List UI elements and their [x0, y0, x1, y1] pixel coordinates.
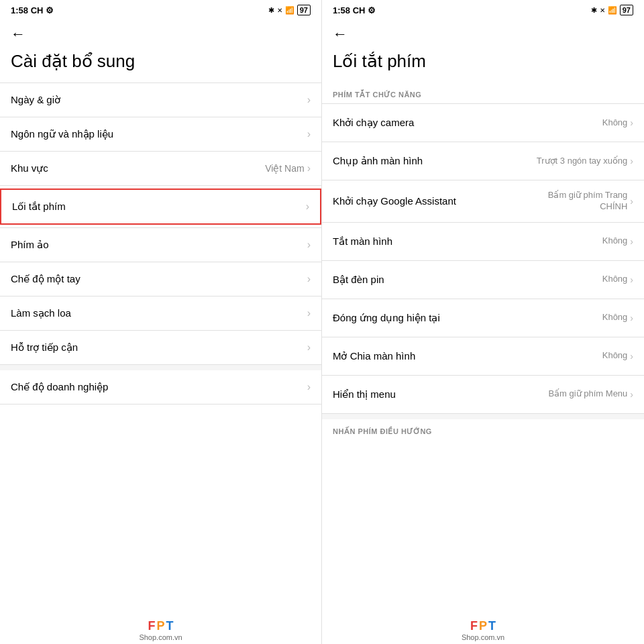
chevron-split-screen: › [630, 351, 633, 362]
menu-item-phimao[interactable]: Phím ảo › [0, 228, 321, 262]
menu-label-phimao: Phím ảo [11, 239, 307, 251]
fpt-p: P [156, 619, 164, 633]
settings-item-close-app[interactable]: Đóng ứng dụng hiện tại Không › [322, 299, 644, 337]
menu-label-loitat: Lối tắt phím [12, 201, 306, 213]
status-icons-right: ✱ ✕ 📶 97 [591, 5, 633, 15]
settings-item-camera[interactable]: Khởi chạy camera Không › [322, 104, 644, 142]
fpt-shop-label-right: Shop.com.vn [462, 633, 504, 641]
menu-item-loitat[interactable]: Lối tắt phím › [0, 189, 321, 225]
menu-label-khuvuc: Khu vực [11, 162, 265, 174]
back-button-right[interactable]: ← [322, 19, 644, 46]
menu-item-hotro[interactable]: Hỗ trợ tiếp cận › [0, 331, 321, 364]
back-arrow-icon-right[interactable]: ← [333, 25, 347, 42]
chevron-phimao: › [307, 239, 311, 251]
settings-right-assistant: Bấm giữ phím Trang CHÍNH › [520, 190, 633, 213]
time-right: 1:58 CH [333, 5, 365, 15]
chevron-chedo-doanh: › [307, 381, 311, 393]
settings-right-screenshot: Trượt 3 ngón tay xuống › [537, 156, 633, 167]
settings-label-screen-off: Tắt màn hình [333, 235, 467, 248]
menu-label-chedomottay: Chế độ một tay [11, 273, 307, 285]
chevron-loitat: › [306, 201, 309, 213]
wifi-icon-left: 📶 [285, 6, 294, 15]
chevron-hotro: › [307, 341, 311, 354]
status-bar-right: 1:58 CH ⚙ ✱ ✕ 📶 97 [322, 0, 644, 19]
menu-item-khuvuc[interactable]: Khu vực Việt Nam › [0, 152, 321, 185]
settings-value-camera: Không [602, 117, 628, 129]
fpt-shop-label: Shop.com.vn [139, 633, 182, 641]
x-icon-left: ✕ [277, 7, 282, 14]
settings-label-close-app: Đóng ứng dụng hiện tại [333, 311, 467, 325]
chevron-camera: › [630, 117, 633, 128]
settings-value-screenshot: Trượt 3 ngón tay xuống [537, 156, 628, 167]
watermark-right: F P T Shop.com.vn [462, 619, 504, 641]
status-time-left: 1:58 CH ⚙ [11, 5, 54, 15]
status-bar-left: 1:58 CH ⚙ ✱ ✕ 📶 97 [0, 0, 321, 19]
settings-label-camera: Khởi chạy camera [333, 116, 467, 129]
menu-item-lamsachloa[interactable]: Làm sạch loa › [0, 297, 321, 330]
fpt-f: F [148, 619, 155, 633]
settings-item-flashlight[interactable]: Bật đèn pin Không › [322, 261, 644, 299]
back-button-left[interactable]: ← [0, 19, 321, 46]
x-icon-right: ✕ [600, 7, 605, 14]
chevron-flashlight: › [630, 274, 633, 285]
section-label-bottom-right: NHẤN PHÍM ĐIỀU HƯỚNG [322, 419, 644, 440]
settings-value-screen-off: Không [602, 235, 628, 247]
chevron-assistant: › [630, 196, 633, 207]
settings-value-assistant: Bấm giữ phím Trang CHÍNH [520, 190, 627, 213]
settings-item-screen-off[interactable]: Tắt màn hình Không › [322, 223, 644, 260]
settings-right-close-app: Không › [602, 312, 633, 323]
settings-right-screen-off: Không › [602, 235, 633, 247]
chevron-close-app: › [630, 313, 633, 323]
chevron-chedomottay: › [307, 273, 311, 285]
divider-9 [0, 404, 321, 405]
settings-label-show-menu: Hiển thị menu [333, 388, 467, 401]
chevron-khuvuc: › [307, 162, 311, 174]
left-panel: 1:58 CH ⚙ ✱ ✕ 📶 97 ← Cài đặt bổ sung Ngà… [0, 0, 322, 644]
wifi-icon-right: 📶 [608, 6, 617, 15]
bluetooth-icon-left: ✱ [268, 6, 274, 15]
fpt-t-r: T [488, 619, 496, 633]
menu-item-ngonngu[interactable]: Ngôn ngữ và nhập liệu › [0, 117, 321, 151]
menu-label-ngonngu: Ngôn ngữ và nhập liệu [11, 128, 307, 140]
status-icons-left: ✱ ✕ 📶 97 [268, 5, 311, 15]
menu-item-chedomottay[interactable]: Chế độ một tay › [0, 262, 321, 296]
battery-left: 97 [297, 5, 311, 15]
chevron-show-menu: › [630, 389, 633, 400]
back-arrow-icon-left[interactable]: ← [11, 25, 25, 42]
bluetooth-icon-right: ✱ [591, 6, 597, 15]
menu-label-chedo-doanh: Chế độ doanh nghiệp [11, 381, 307, 393]
menu-item-ngaygiao[interactable]: Ngày & giờ › [0, 83, 321, 117]
settings-label-split-screen: Mở Chia màn hình [333, 350, 467, 363]
chevron-ngonngu: › [307, 128, 311, 140]
divider-3 [0, 185, 321, 186]
section-label-phimtat: PHÍM TẮT CHỨC NĂNG [322, 83, 644, 103]
menu-item-chedo-doanh[interactable]: Chế độ doanh nghiệp › [0, 370, 321, 404]
settings-value-flashlight: Không [602, 274, 628, 285]
settings-label-screenshot: Chụp ảnh màn hình [333, 154, 467, 168]
fpt-logo-right: F P T [470, 619, 496, 633]
settings-label-assistant: Khởi chạy Google Assistant [333, 195, 467, 208]
settings-item-assistant[interactable]: Khởi chạy Google Assistant Bấm giữ phím … [322, 180, 644, 222]
fpt-p-r: P [479, 619, 487, 633]
right-panel: 1:58 CH ⚙ ✱ ✕ 📶 97 ← Lối tắt phím PHÍM T… [322, 0, 644, 644]
settings-right-show-menu: Bấm giữ phím Menu › [548, 388, 633, 400]
menu-list-left: Ngày & giờ › Ngôn ngữ và nhập liệu › Khu… [0, 83, 321, 644]
fpt-t: T [166, 619, 174, 633]
settings-item-show-menu[interactable]: Hiển thị menu Bấm giữ phím Menu › [322, 376, 644, 413]
chevron-screen-off: › [630, 236, 633, 247]
settings-value-close-app: Không [602, 312, 628, 323]
settings-value-show-menu: Bấm giữ phím Menu [548, 388, 627, 400]
chevron-ngaygiao: › [307, 94, 311, 106]
divider-thick-left [0, 365, 321, 370]
chevron-lamsachloa: › [307, 307, 311, 319]
settings-item-split-screen[interactable]: Mở Chia màn hình Không › [322, 337, 644, 375]
page-title-right: Lối tắt phím [322, 46, 644, 83]
settings-right-camera: Không › [602, 117, 633, 129]
menu-label-hotro: Hỗ trợ tiếp cận [11, 341, 307, 354]
settings-list-right: Khởi chạy camera Không › Chụp ảnh màn hì… [322, 104, 644, 644]
fpt-logo-left: F P T [148, 619, 173, 633]
settings-item-screenshot[interactable]: Chụp ảnh màn hình Trượt 3 ngón tay xuống… [322, 142, 644, 180]
battery-right: 97 [620, 5, 633, 15]
status-time-right: 1:58 CH ⚙ [333, 5, 376, 15]
chevron-screenshot: › [630, 156, 633, 166]
